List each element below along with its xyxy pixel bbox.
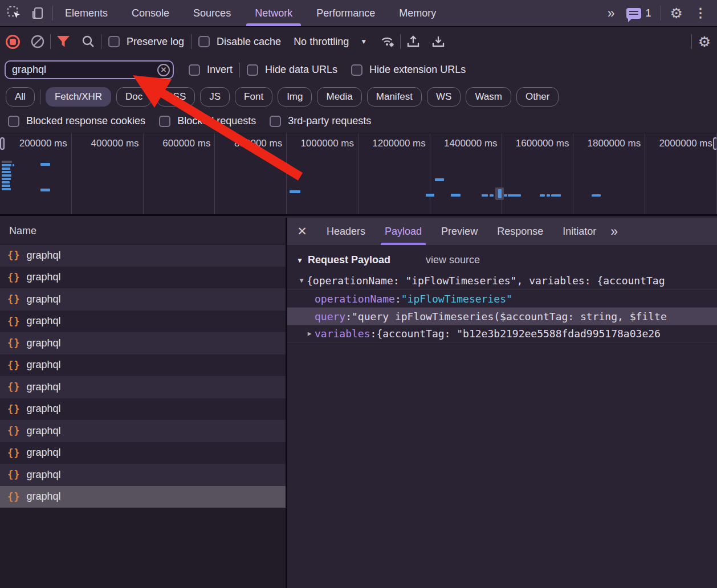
settings-gear-icon[interactable]: ⚙ bbox=[670, 6, 683, 21]
throttling-select[interactable]: No throttling ▼ bbox=[288, 36, 375, 48]
chip-doc[interactable]: Doc bbox=[116, 87, 152, 107]
waterfall-bar bbox=[13, 164, 14, 166]
waterfall-bar bbox=[482, 194, 488, 197]
blocked-response-cookies-option[interactable]: Blocked response cookies bbox=[1, 115, 152, 127]
inspect-element-icon[interactable] bbox=[7, 6, 22, 21]
device-toolbar-icon[interactable] bbox=[30, 6, 44, 21]
3rd-party-requests-option[interactable]: 3rd-party requests bbox=[263, 115, 378, 127]
invert-option[interactable]: Invert bbox=[182, 64, 239, 76]
tab-sources[interactable]: Sources bbox=[181, 0, 243, 26]
3rd-party-requests-checkbox[interactable] bbox=[270, 116, 281, 127]
payload-token: operationName bbox=[315, 293, 395, 305]
tab-elements[interactable]: Elements bbox=[53, 0, 120, 26]
payload-token: "query ipFlowTimeseries($accountTag: str… bbox=[352, 311, 667, 322]
chip-wasm[interactable]: Wasm bbox=[466, 87, 511, 107]
table-row[interactable]: {}graphql bbox=[0, 288, 286, 311]
waterfall-bar bbox=[2, 185, 10, 187]
table-row[interactable]: {}graphql bbox=[0, 442, 286, 464]
request-name: graphql bbox=[26, 337, 60, 349]
tree-collapsed-icon[interactable]: ▶ bbox=[304, 330, 315, 337]
details-more-tabs-icon[interactable]: » bbox=[606, 224, 621, 239]
payload-tree-row[interactable]: ▶variables: {accountTag: "b12e3b2192ee55… bbox=[287, 325, 717, 342]
record-button[interactable] bbox=[0, 30, 25, 53]
name-column-header[interactable]: Name bbox=[0, 218, 286, 244]
table-row[interactable]: {}graphql bbox=[0, 486, 286, 508]
json-braces-icon: {} bbox=[7, 381, 20, 393]
clear-button[interactable] bbox=[25, 30, 50, 53]
network-conditions-icon[interactable] bbox=[375, 30, 400, 53]
disable-cache-option[interactable]: Disable cache bbox=[192, 36, 288, 48]
tab-performance[interactable]: Performance bbox=[304, 0, 387, 26]
chip-css[interactable]: CSS bbox=[157, 87, 195, 107]
json-braces-icon: {} bbox=[7, 447, 20, 459]
chip-img[interactable]: Img bbox=[278, 87, 312, 107]
hide-data-urls-checkbox[interactable] bbox=[247, 64, 258, 76]
preserve-log-option[interactable]: Preserve log bbox=[101, 36, 191, 48]
disable-cache-checkbox[interactable] bbox=[198, 36, 210, 47]
chip-js[interactable]: JS bbox=[200, 87, 230, 107]
table-row[interactable]: {}graphql bbox=[0, 464, 286, 486]
tab-network[interactable]: Network bbox=[243, 0, 304, 26]
waterfall-bar bbox=[547, 194, 550, 197]
table-row[interactable]: {}graphql bbox=[0, 332, 286, 354]
chip-manifest[interactable]: Manifest bbox=[367, 87, 422, 107]
close-details-icon[interactable]: ✕ bbox=[287, 224, 317, 238]
filter-toggle-icon[interactable] bbox=[51, 30, 76, 53]
request-rows: {}graphql{}graphql{}graphql{}graphql{}gr… bbox=[0, 244, 286, 508]
network-overview-timeline[interactable]: 200000 ms400000 ms600000 ms800000 ms1000… bbox=[0, 133, 717, 216]
table-row[interactable]: {}graphql bbox=[0, 420, 286, 442]
details-tab-preview[interactable]: Preview bbox=[431, 218, 487, 245]
blocked-response-cookies-checkbox[interactable] bbox=[8, 116, 19, 127]
json-braces-icon: {} bbox=[7, 469, 20, 480]
waterfall-bar bbox=[451, 194, 461, 197]
payload-tree-row[interactable]: query: "query ipFlowTimeseries($accountT… bbox=[287, 307, 717, 325]
table-row[interactable]: {}graphql bbox=[0, 354, 286, 377]
hide-extension-urls-checkbox[interactable] bbox=[351, 64, 362, 76]
hide-data-urls-option[interactable]: Hide data URLs bbox=[240, 64, 344, 76]
waterfall-bar bbox=[508, 194, 521, 197]
more-tabs-icon[interactable]: » bbox=[604, 6, 617, 21]
view-source-link[interactable]: view source bbox=[426, 254, 480, 266]
chip-fetch-xhr[interactable]: Fetch/XHR bbox=[46, 87, 111, 107]
payload-tree-row[interactable]: ▼{operationName: "ipFlowTimeseries", var… bbox=[287, 272, 717, 289]
tab-memory[interactable]: Memory bbox=[387, 0, 448, 26]
kebab-menu-icon[interactable]: ⋮ bbox=[692, 6, 709, 21]
issues-counter[interactable]: 1 bbox=[626, 7, 651, 19]
request-name: graphql bbox=[26, 381, 60, 393]
network-settings-gear-icon[interactable]: ⚙ bbox=[692, 30, 717, 53]
blocked-requests-option[interactable]: Blocked requests bbox=[152, 115, 263, 127]
chip-media[interactable]: Media bbox=[317, 87, 361, 107]
preserve-log-checkbox[interactable] bbox=[108, 36, 120, 47]
export-har-icon[interactable] bbox=[426, 30, 451, 53]
table-row[interactable]: {}graphql bbox=[0, 398, 286, 420]
chip-other[interactable]: Other bbox=[516, 87, 559, 107]
search-icon[interactable] bbox=[76, 30, 101, 53]
table-row[interactable]: {}graphql bbox=[0, 311, 286, 333]
details-tab-payload[interactable]: Payload bbox=[375, 218, 431, 245]
chip-ws[interactable]: WS bbox=[427, 87, 461, 107]
details-tab-initiator[interactable]: Initiator bbox=[553, 218, 606, 245]
issue-count: 1 bbox=[646, 7, 651, 19]
blocked-requests-checkbox[interactable] bbox=[159, 116, 170, 127]
timeline-tick-label: 1600000 ms bbox=[516, 138, 569, 149]
filter-input[interactable]: graphql ✕ bbox=[5, 60, 174, 79]
chip-all[interactable]: All bbox=[6, 87, 35, 107]
timeline-column: 1400000 ms bbox=[430, 133, 502, 214]
chip-font[interactable]: Font bbox=[235, 87, 272, 107]
tab-console[interactable]: Console bbox=[120, 0, 181, 26]
throttling-value: No throttling bbox=[294, 36, 349, 48]
table-row[interactable]: {}graphql bbox=[0, 267, 286, 289]
chip-separator bbox=[40, 89, 40, 104]
payload-tree-row[interactable]: operationName: "ipFlowTimeseries" bbox=[287, 289, 717, 307]
details-tab-response[interactable]: Response bbox=[487, 218, 553, 245]
section-collapse-icon[interactable]: ▼ bbox=[296, 256, 303, 264]
import-har-icon[interactable] bbox=[401, 30, 426, 53]
clear-filter-icon[interactable]: ✕ bbox=[157, 64, 170, 76]
details-tab-headers[interactable]: Headers bbox=[317, 218, 375, 245]
hide-extension-urls-option[interactable]: Hide extension URLs bbox=[344, 64, 472, 76]
request-name: graphql bbox=[26, 315, 60, 327]
table-row[interactable]: {}graphql bbox=[0, 244, 286, 267]
tree-expanded-icon[interactable]: ▼ bbox=[296, 277, 307, 284]
table-row[interactable]: {}graphql bbox=[0, 376, 286, 398]
invert-checkbox[interactable] bbox=[189, 64, 200, 76]
